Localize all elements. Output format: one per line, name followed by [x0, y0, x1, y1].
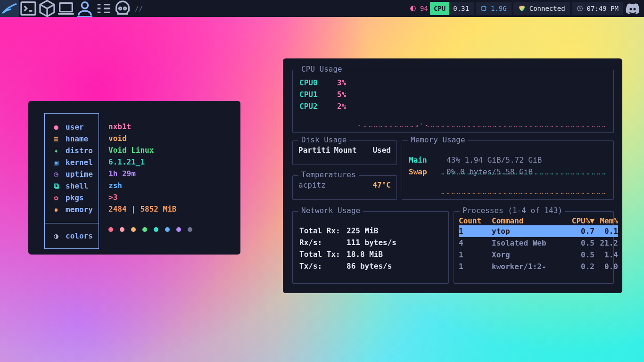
fetch-val-memory: 2484 | 5852 MiB [108, 203, 192, 215]
cpu-row: CPU03% [299, 77, 607, 89]
fetch-val-pkgs: >3 [108, 191, 192, 203]
svg-point-3 [119, 8, 122, 10]
bar-slashes: // [135, 5, 143, 12]
temp-sensor: acpitz [298, 181, 326, 189]
temp-value: 47°C [372, 181, 391, 189]
cpu-value: 0.31 [453, 5, 469, 12]
logo-icon[interactable] [0, 0, 19, 17]
proc-header: Count Command CPU%▼ Mem% [459, 216, 618, 225]
fetch-key-memory: memory [66, 205, 93, 214]
cpu-row: CPU15% [299, 89, 607, 100]
cpu-spark: ⠄⣀⣀⣀⣀⣀⣀⣀⣀⣀⣀⣠⠂⢄⣀⣀⣀⣀⣀⣀⣀⣀⣀⣀⣀⣀⣀⣀⣀⣀⣀⣀⣀⣀⣀⣀⣀⣀⣀⣀… [358, 121, 607, 128]
fetch-val-distro: Void Linux [108, 144, 192, 156]
list-icon[interactable] [94, 0, 113, 17]
temperatures-group: Temperatures acpitz 47°C [292, 175, 397, 200]
cpu-label: CPU [430, 2, 449, 15]
mem-main-label: Main [409, 156, 432, 165]
cpu-chip[interactable]: CPU 0.31 [435, 2, 474, 15]
brightness-value: 94 [420, 5, 428, 12]
palette-dot [165, 227, 170, 232]
disk-h2: Mount [334, 146, 356, 155]
net-title: Network Usage [298, 206, 363, 215]
fetch-key-colors: colors [66, 231, 93, 240]
terminal-icon[interactable] [19, 0, 38, 17]
mem-main-val: 43% 1.94 GiB/5.72 GiB [446, 156, 542, 165]
palette-dot [120, 227, 124, 232]
fetch-key-user: user [66, 123, 84, 132]
cube-icon[interactable] [38, 0, 57, 17]
fetch-key-uptime: uptime [66, 170, 93, 179]
fetch-panel: ●user ≡hname ✦distro ▣kernel ◷uptime ⧉sh… [28, 101, 240, 255]
disk-h1: Partiti [298, 146, 330, 155]
proc-row[interactable]: 1Xorg0.51.4 [459, 249, 618, 261]
fetch-values: nxb1t void Void Linux 6.1.21_1 1h 29m zs… [108, 113, 192, 249]
proc-title: Processes (1-4 of 143) [460, 206, 565, 215]
svg-point-4 [124, 8, 126, 10]
clock-value: 07:49 PM [587, 5, 619, 12]
palette-dot [176, 227, 181, 232]
clock-chip[interactable]: 07:49 PM [572, 2, 623, 15]
discord-icon[interactable] [625, 0, 640, 17]
fetch-val-shell: zsh [108, 180, 192, 191]
proc-row[interactable]: 1kworker/1:2-0.20.0 [459, 261, 618, 272]
mem-spark-main: ⣀⣀⣀⣀⣀⣀⣀⣀⣀⣀⣀⣀⣀⣀⣀⣀⣀⣀⣀⣀⣀⣀⣀⣀⣀⣀⣀⣀⣀⣀⣀⣀ [441, 168, 607, 175]
network-usage-group: Network Usage Total Rx:225 MiBRx/s:111 b… [292, 211, 449, 284]
network-label: Connected [529, 5, 565, 12]
brightness-chip[interactable]: 94 [405, 2, 433, 15]
temp-title: Temperatures [298, 170, 359, 179]
fetch-val-user: nxb1t [108, 121, 192, 132]
memory-chip[interactable]: 1.9G [476, 2, 512, 15]
svg-rect-6 [482, 7, 486, 10]
net-row: Total Rx:225 MiB [299, 225, 442, 237]
fetch-key-shell: shell [66, 181, 88, 190]
fetch-palette [108, 218, 192, 241]
mem-title: Memory Usage [408, 135, 468, 144]
proc-row[interactable]: 4Isolated Web0.521.2 [459, 237, 618, 249]
fetch-key-distro: distro [66, 146, 93, 155]
fetch-val-kernel: 6.1.21_1 [108, 156, 192, 168]
svg-point-2 [82, 2, 88, 8]
net-row: Total Tx:18.8 MiB [299, 248, 442, 260]
disk-usage-group: Disk Usage Partiti Mount Used [292, 140, 397, 165]
processes-group: Processes (1-4 of 143) Count Command CPU… [454, 211, 614, 284]
mem-swap-label: Swap [409, 167, 432, 176]
palette-dot [108, 227, 113, 232]
fetch-keys-box: ●user ≡hname ✦distro ▣kernel ◷uptime ⧉sh… [44, 113, 99, 223]
proc-row[interactable]: 1ytop0.70.1 [459, 225, 618, 237]
fetch-val-uptime: 1h 29m [108, 168, 192, 180]
palette-dot [154, 227, 158, 232]
bar-left: // [0, 0, 143, 17]
monitor-panel: CPU Usage CPU03%CPU15%CPU22% ⠄⣀⣀⣀⣀⣀⣀⣀⣀⣀⣀… [283, 58, 622, 293]
disk-h3: Used [372, 146, 391, 155]
fetch-key-pkgs: pkgs [66, 193, 84, 202]
skull-icon[interactable] [113, 0, 132, 17]
svg-rect-1 [60, 3, 73, 11]
memory-usage-group: Memory Usage Main 43% 1.94 GiB/5.72 GiB … [402, 140, 614, 200]
fetch-colors-box: ◑colors [44, 223, 99, 249]
svg-rect-0 [21, 2, 35, 15]
bar-right: 94 CPU 0.31 1.9G Connected 07:49 PM [405, 0, 644, 17]
mem-spark-swap: ⣀⣀⣀⣀⣀⣀⣀⣀⣀⣀⣀⣀⣀⣀⣀⣀⣀⣀⣀⣀⣀⣀⣀⣀⣀⣀⣀⣀⣀⣀⣀⣀ [441, 188, 607, 195]
disk-title: Disk Usage [298, 135, 349, 144]
net-row: Rx/s:111 bytes/s [299, 237, 442, 248]
network-chip[interactable]: Connected [513, 2, 570, 15]
palette-dot [188, 227, 192, 232]
heart-icon [518, 5, 526, 12]
net-row: Tx/s:86 bytes/s [299, 260, 442, 272]
laptop-icon[interactable] [57, 0, 75, 17]
cpu-title: CPU Usage [298, 65, 345, 74]
fetch-key-kernel: kernel [66, 158, 93, 167]
cpu-row: CPU22% [299, 100, 607, 112]
top-bar: // 94 CPU 0.31 1.9G Connected [0, 0, 644, 17]
user-icon[interactable] [75, 0, 94, 17]
fetch-key-hname: hname [66, 134, 88, 143]
cpu-usage-group: CPU Usage CPU03%CPU15%CPU22% ⠄⣀⣀⣀⣀⣀⣀⣀⣀⣀⣀… [292, 70, 614, 133]
palette-dot [131, 227, 136, 232]
fetch-val-hname: void [108, 132, 192, 144]
palette-dot [142, 227, 147, 232]
memory-value: 1.9G [491, 5, 507, 12]
